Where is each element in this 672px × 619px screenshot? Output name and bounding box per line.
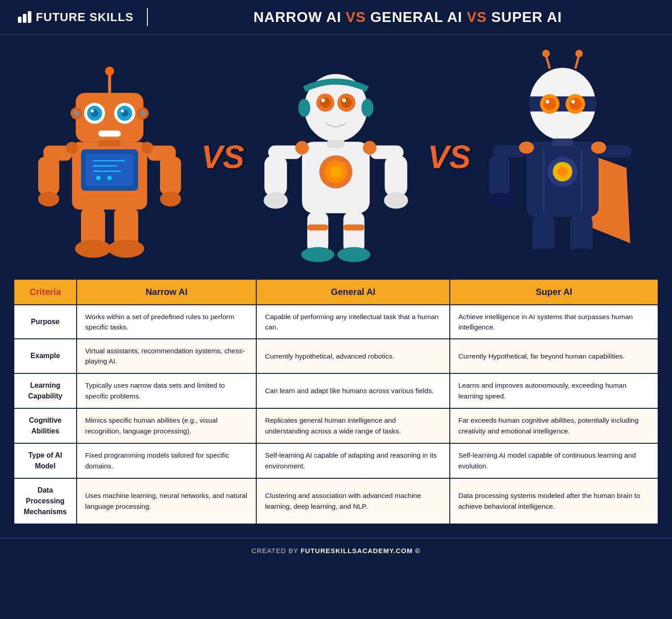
svg-point-20	[105, 66, 114, 75]
col-header-general: General AI	[256, 279, 449, 305]
svg-point-61	[302, 247, 335, 262]
title-part2: GENERAL AI	[366, 9, 467, 25]
cell-super: Self-learning AI model capable of contin…	[450, 443, 658, 478]
cell-narrow: Works within a set of predefined rules t…	[77, 305, 256, 339]
cell-criteria: Example	[14, 339, 77, 373]
svg-point-79	[542, 50, 550, 57]
svg-point-58	[363, 141, 376, 155]
svg-rect-59	[307, 212, 328, 253]
svg-point-68	[557, 167, 568, 177]
svg-point-81	[575, 50, 583, 57]
table-section: Criteria Narrow AI General AI Super AI P…	[0, 279, 672, 533]
svg-rect-64	[344, 225, 365, 230]
svg-rect-50	[327, 140, 345, 148]
svg-point-76	[571, 100, 575, 104]
robots-section: VS	[0, 35, 672, 279]
cell-narrow: Mimics specific human abilities (e.g., v…	[77, 408, 256, 443]
svg-point-56	[384, 192, 408, 209]
logo-area: FUTURE SKILLS	[18, 10, 134, 24]
title-vs1: VS	[346, 9, 366, 25]
svg-rect-17	[98, 130, 121, 136]
svg-point-31	[66, 142, 78, 154]
svg-point-15	[91, 109, 94, 113]
svg-point-29	[75, 239, 111, 257]
svg-rect-60	[344, 212, 365, 253]
cell-criteria: Type of AI Model	[14, 443, 77, 478]
logo-icon	[18, 11, 31, 23]
cell-super: Achieve intelligence in AI systems that …	[450, 305, 658, 339]
svg-point-46	[321, 99, 325, 102]
cell-super: Currently Hypothetical, far beyond human…	[450, 339, 658, 373]
cell-criteria: Purpose	[14, 305, 77, 339]
cell-super: Data processing systems modeled after th…	[450, 478, 658, 524]
cell-general: Self-learning AI capable of adapting and…	[256, 443, 449, 478]
svg-rect-70	[529, 97, 595, 112]
svg-point-45	[341, 97, 352, 108]
general-ai-robot-slot	[253, 44, 418, 270]
footer-brand: FUTURESKILLSACADEMY.COM ©	[301, 547, 421, 554]
cell-narrow: Fixed programming models tailored for sp…	[77, 443, 256, 478]
svg-rect-84	[489, 155, 510, 196]
svg-rect-25	[160, 157, 181, 195]
svg-point-91	[519, 142, 534, 154]
svg-rect-22	[38, 157, 59, 195]
cell-narrow: Typically uses narrow data sets and limi…	[77, 373, 256, 408]
cell-criteria: Data Processing Mechanisms	[14, 478, 77, 524]
general-ai-robot	[253, 44, 418, 270]
table-row: Type of AI ModelFixed programming models…	[14, 443, 658, 478]
comparison-table: Criteria Narrow AI General AI Super AI P…	[13, 279, 659, 524]
cell-general: Capable of performing any intellectual t…	[256, 305, 449, 339]
svg-point-30	[108, 239, 144, 257]
svg-rect-2	[86, 154, 134, 186]
svg-point-75	[546, 100, 549, 104]
footer-prefix: CREATED BY	[251, 547, 301, 554]
col-header-narrow: Narrow AI	[77, 279, 256, 305]
svg-rect-55	[385, 155, 407, 196]
svg-point-16	[121, 109, 124, 113]
cell-criteria: Learning Capability	[14, 373, 77, 408]
svg-point-35	[73, 110, 79, 116]
table-row: Data Processing MechanismsUses machine l…	[14, 478, 658, 524]
svg-rect-18	[98, 140, 121, 146]
table-row: Cognitive AbilitiesMimics specific human…	[14, 408, 658, 443]
table-row: Learning CapabilityTypically uses narrow…	[14, 373, 658, 408]
title-vs2: VS	[467, 9, 487, 25]
svg-point-49	[362, 99, 374, 117]
cell-super: Learns and improves autonomously, exceed…	[450, 373, 658, 408]
super-ai-robot-slot	[480, 48, 645, 266]
svg-point-36	[140, 110, 146, 116]
svg-point-47	[342, 99, 346, 102]
svg-point-92	[591, 142, 606, 154]
svg-point-53	[264, 192, 288, 209]
cell-narrow: Virtual assistants, recommendation syste…	[77, 339, 256, 373]
svg-point-44	[320, 97, 331, 108]
cell-general: Can learn and adapt like humans across v…	[256, 373, 449, 408]
col-header-criteria: Criteria	[14, 279, 77, 305]
svg-point-40	[330, 166, 342, 178]
logo-bar-1	[18, 17, 22, 23]
svg-point-6	[96, 176, 100, 180]
title-part3: SUPER AI	[487, 9, 562, 25]
narrow-ai-robot	[27, 52, 192, 262]
cell-general: Clustering and association with advanced…	[256, 478, 449, 524]
svg-rect-52	[265, 155, 287, 196]
header-divider	[147, 8, 148, 26]
svg-point-74	[569, 98, 581, 110]
svg-point-85	[488, 193, 510, 208]
narrow-ai-robot-slot	[27, 52, 192, 262]
svg-point-57	[295, 141, 309, 155]
logo-bar-3	[28, 11, 31, 23]
super-ai-robot	[480, 48, 645, 266]
svg-point-62	[337, 247, 370, 262]
svg-point-89	[526, 249, 561, 264]
svg-rect-63	[307, 225, 328, 230]
table-row: PurposeWorks within a set of predefined …	[14, 305, 658, 339]
svg-point-90	[564, 249, 599, 264]
cell-narrow: Uses machine learning, neural networks, …	[77, 478, 256, 524]
logo-bar-2	[23, 14, 26, 23]
page-footer: CREATED BY FUTURESKILLSACADEMY.COM ©	[0, 538, 672, 563]
table-header-row: Criteria Narrow AI General AI Super AI	[14, 279, 658, 305]
svg-rect-82	[552, 139, 573, 147]
cell-general: Currently hypothetical, advanced robotic…	[256, 339, 449, 373]
svg-point-48	[298, 99, 310, 117]
